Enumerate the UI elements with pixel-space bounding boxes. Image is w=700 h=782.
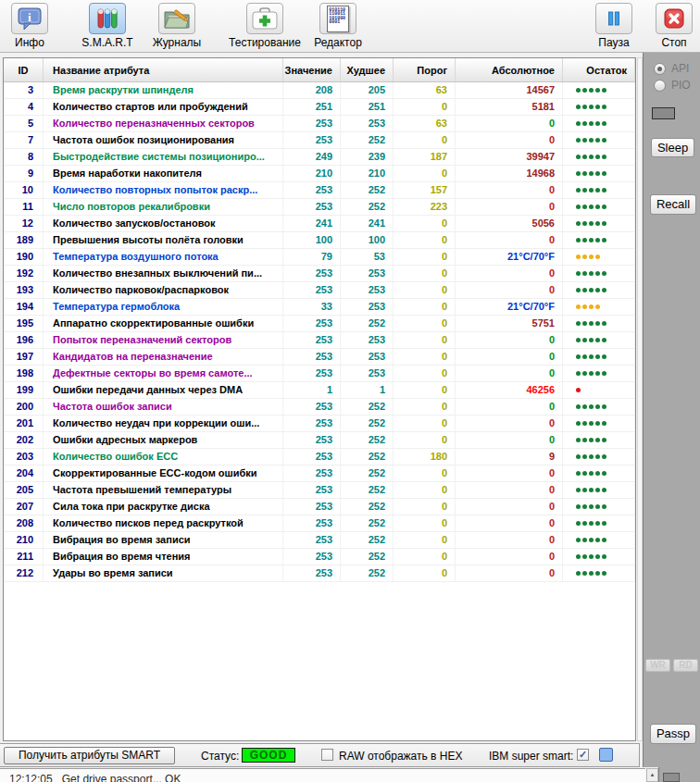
attr-worst: 1 xyxy=(341,382,394,398)
stop-button[interactable]: Стоп xyxy=(652,3,696,49)
table-row[interactable]: 12Количество запусков/остановок241241050… xyxy=(4,216,635,232)
attr-threshold: 0 xyxy=(394,399,456,415)
table-row[interactable]: 198Дефектные секторы во время самоте...2… xyxy=(4,366,635,382)
health-dot xyxy=(595,321,600,326)
health-dot xyxy=(602,171,606,176)
health-dot xyxy=(589,254,594,259)
table-row[interactable]: 192Количество внезапных выключений пи...… xyxy=(4,266,635,282)
testing-button[interactable]: Тестирование xyxy=(219,3,311,49)
recall-button[interactable]: Recall xyxy=(650,194,696,215)
column-header[interactable]: Абсолютное xyxy=(456,58,563,81)
attr-absolute: 46256 xyxy=(456,382,563,398)
attr-threshold: 0 xyxy=(394,366,456,381)
table-row[interactable]: 211Вибрация во время чтения25325200 xyxy=(4,549,635,565)
attr-id: 196 xyxy=(4,332,44,348)
health-dot xyxy=(589,321,594,326)
journals-button[interactable]: Журналы xyxy=(146,3,207,49)
attr-worst: 252 xyxy=(341,316,394,331)
column-header[interactable]: Значение xyxy=(283,58,341,81)
attr-id: 193 xyxy=(4,282,44,298)
table-row[interactable]: 5Количество переназначенных секторов2532… xyxy=(4,116,635,132)
rd-button[interactable]: RD xyxy=(673,659,698,672)
raw-hex-label: RAW отображать в HEX xyxy=(339,750,462,763)
attr-name: Температура гермоблока xyxy=(44,299,283,315)
health-dot xyxy=(602,238,606,242)
column-header[interactable]: Название атрибута xyxy=(44,58,283,81)
table-row[interactable]: 202Ошибки адресных маркеров25325200 xyxy=(4,432,635,449)
attr-absolute: 14968 xyxy=(456,166,563,181)
health-dot xyxy=(576,171,581,176)
table-row[interactable]: 197Кандидатов на переназначение25325300 xyxy=(4,349,635,366)
column-header[interactable]: ID xyxy=(4,58,44,81)
column-header[interactable]: Остаток xyxy=(563,58,635,81)
table-row[interactable]: 210Вибрация во время записи25325200 xyxy=(4,532,635,549)
table-row[interactable]: 8Быстродействие системы позициониро...24… xyxy=(4,149,635,166)
health-dot xyxy=(595,88,600,93)
table-row[interactable]: 11Число повторов рекалибровки2532522230 xyxy=(4,199,635,216)
health-dot xyxy=(576,221,581,226)
resize-grip[interactable] xyxy=(663,773,680,782)
health-dot xyxy=(602,421,606,426)
table-row[interactable]: 4Количество стартов или пробуждений25125… xyxy=(4,99,635,116)
attr-threshold: 0 xyxy=(394,532,456,548)
table-row[interactable]: 189Превышения высоты полёта головки10010… xyxy=(4,232,635,249)
table-row[interactable]: 208Количество писков перед раскруткой253… xyxy=(4,515,635,532)
wr-button[interactable]: WR xyxy=(645,659,670,672)
attr-threshold: 0 xyxy=(394,499,456,515)
api-radio-row[interactable]: API xyxy=(654,62,689,75)
attr-health-dots xyxy=(563,282,635,298)
pio-radio[interactable] xyxy=(654,80,666,92)
table-row[interactable]: 203Количество ошибок ECC2532521809 xyxy=(4,449,635,465)
attr-id: 212 xyxy=(4,565,44,581)
smart-button[interactable]: S.M.A.R.T xyxy=(79,3,136,49)
table-row[interactable]: 201Количество неудач при коррекции оши..… xyxy=(4,416,635,432)
health-dot xyxy=(595,454,600,459)
table-row[interactable]: 193Количество парковок/распарковок253253… xyxy=(4,282,635,299)
column-header[interactable]: Худшее xyxy=(341,58,394,81)
info-button[interactable]: i Инфо xyxy=(7,3,52,49)
raw-hex-checkbox[interactable] xyxy=(321,749,333,761)
attr-threshold: 157 xyxy=(394,182,456,198)
table-row[interactable]: 199Ошибки передачи данных через DMA11046… xyxy=(4,382,635,399)
table-row[interactable]: 10Количество повторных попыток раскр...2… xyxy=(4,182,635,199)
attr-health-dots xyxy=(563,332,635,348)
get-smart-attributes-button[interactable]: Получить атрибуты SMART xyxy=(4,747,175,764)
health-dot xyxy=(589,338,594,342)
column-header[interactable]: Порог xyxy=(394,58,456,81)
health-dot xyxy=(576,388,581,392)
ibm-super-smart-checkbox[interactable]: ✓ xyxy=(577,749,589,761)
table-row[interactable]: 7Частота ошибок позиционирования25325200 xyxy=(4,132,635,149)
table-row[interactable]: 3Время раскрутки шпинделя2082056314567 xyxy=(4,82,635,99)
table-row[interactable]: 194Температура гермоблока33253021°C/70°F xyxy=(4,299,635,316)
health-dot xyxy=(595,554,600,559)
status-badge: GOOD xyxy=(242,748,295,763)
attr-id: 9 xyxy=(4,166,44,181)
health-dot xyxy=(582,105,587,109)
health-dot xyxy=(602,471,606,476)
pause-button[interactable]: Пауза xyxy=(591,3,637,49)
table-row[interactable]: 195Аппаратно скорректированные ошибки253… xyxy=(4,316,635,332)
attr-worst: 252 xyxy=(341,182,394,198)
table-row[interactable]: 207Сила тока при раскрутке диска25325200 xyxy=(4,499,635,515)
health-dot xyxy=(589,171,594,176)
sleep-button[interactable]: Sleep xyxy=(651,138,694,157)
attr-absolute: 0 xyxy=(456,232,563,248)
table-row[interactable]: 212Удары во время записи25325200 xyxy=(4,565,635,582)
attr-health-dots xyxy=(563,449,635,465)
health-dot xyxy=(582,254,587,259)
table-row[interactable]: 205Частота превышений температуры2532520… xyxy=(4,482,635,499)
table-row[interactable]: 204Скорректированные ECC-кодом ошибки253… xyxy=(4,465,635,482)
log-scroll-up-icon[interactable]: ▲ xyxy=(646,768,658,782)
table-row[interactable]: 196Попыток переназначений секторов253253… xyxy=(4,332,635,349)
pio-radio-row[interactable]: PIO xyxy=(654,79,691,92)
table-row[interactable]: 200Частота ошибок записи25325200 xyxy=(4,399,635,416)
table-row[interactable]: 190Температура воздушного потока7953021°… xyxy=(4,249,635,266)
table-row[interactable]: 9Время наработки накопителя210210014968 xyxy=(4,166,635,182)
attr-health-dots xyxy=(563,465,635,481)
passp-button[interactable]: Passp xyxy=(650,724,696,744)
attr-name: Сила тока при раскрутке диска xyxy=(44,499,283,515)
health-dot xyxy=(589,404,594,409)
attr-worst: 252 xyxy=(341,482,394,498)
editor-button[interactable]: 010110 110011 101000 0001 Редактор xyxy=(309,3,367,49)
api-radio[interactable] xyxy=(654,63,666,75)
